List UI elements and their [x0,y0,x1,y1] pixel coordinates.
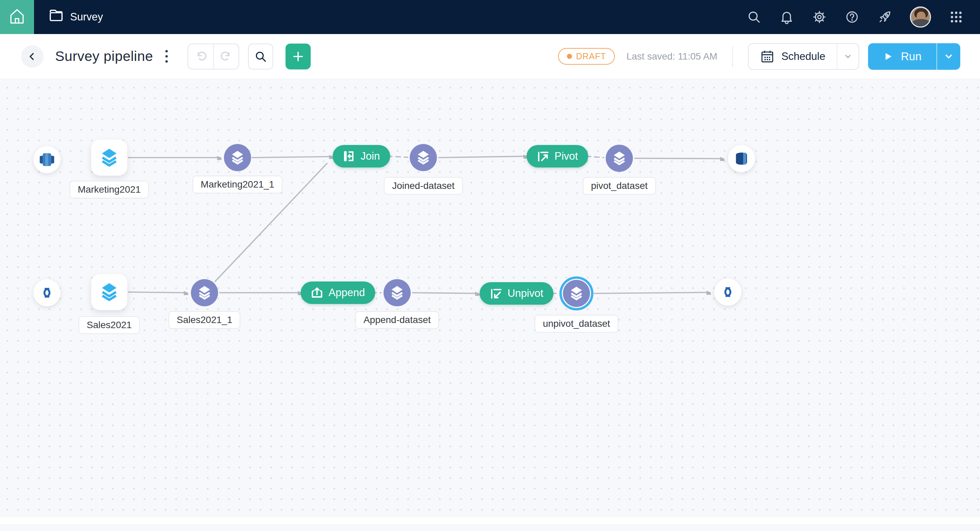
folder-icon [48,8,64,26]
link-rings-icon [37,286,56,300]
node-label-marketing2021[interactable]: Marketing2021 [69,181,149,198]
search-icon[interactable] [746,10,762,24]
node-label-pivot-dataset[interactable]: pivot_dataset [583,177,656,195]
redo-button[interactable] [213,44,239,69]
run-button[interactable]: Run [868,43,937,70]
node-label-sales2021-1[interactable]: Sales2021_1 [169,311,240,329]
dataset-append-dataset[interactable] [383,279,411,306]
canvas-search-button[interactable] [248,43,273,69]
divider [732,46,733,67]
node-pivot-dataset[interactable] [606,145,633,172]
home-button[interactable] [0,0,34,34]
dataset-unpivot-dataset[interactable] [563,280,590,307]
node-marketing2021[interactable] [91,140,127,175]
pipeline-edge [594,292,710,293]
join-icon [343,150,355,163]
transform-pivot[interactable]: Pivot [527,145,588,167]
redo-icon [220,50,233,63]
connector-source-table[interactable] [33,146,60,173]
chevron-down-icon [843,52,853,61]
chevron-down-icon [943,51,954,62]
connector-dest-database[interactable] [728,145,755,172]
top-navbar: Survey [0,0,980,34]
dataset-pivot-dataset[interactable] [606,145,633,172]
transform-unpivot[interactable]: Unpivot [479,282,553,305]
node-label-sales2021[interactable]: Sales2021 [79,316,140,334]
toolbar-right: DRAFT Last saved: 11:05 AM Schedule [558,43,960,70]
node-source-link[interactable] [33,279,60,306]
dataset-joined-dataset[interactable] [410,144,437,171]
pipeline-edge [634,158,724,159]
node-unpivot-dataset[interactable] [563,280,590,307]
pipeline-edge [387,156,408,157]
play-icon [883,51,893,62]
add-node-button[interactable] [285,43,311,69]
pipeline-canvas[interactable]: Marketing2021 Marketing2021_1 Join Joine… [0,79,980,524]
transform-label: Append [329,287,365,299]
plus-icon [291,50,305,63]
settings-gear-icon[interactable] [812,10,827,24]
layers-icon [197,285,212,300]
dataset-card-sales2021[interactable] [91,274,127,310]
node-unpivot[interactable]: Unpivot [479,282,553,305]
node-label-unpivot-dataset[interactable]: unpivot_dataset [535,315,618,333]
node-joined-dataset[interactable] [410,144,437,171]
node-dest-database[interactable] [728,145,755,172]
node-sales2021[interactable] [91,274,127,310]
unpivot-icon [490,287,502,300]
chevron-left-icon [27,51,37,62]
schedule-button[interactable]: Schedule [749,44,837,69]
user-avatar[interactable] [910,6,931,27]
node-sales2021-1[interactable] [191,279,218,306]
layers-icon [99,282,119,302]
search-icon [254,50,267,63]
pipeline-toolbar: Survey pipeline DRAFT Last saved: 11:05 … [0,34,980,79]
node-marketing2021-1[interactable] [224,144,251,171]
notifications-bell-icon[interactable] [779,10,794,24]
page-title: Survey pipeline [55,48,153,64]
connector-source-link[interactable] [33,279,60,306]
layers-icon [230,150,245,165]
node-label-append-dataset[interactable]: Append-dataset [355,311,439,329]
connector-dest-link[interactable] [714,278,741,306]
layers-icon [612,151,627,166]
navbar-actions [746,6,964,27]
layers-icon [569,286,584,301]
node-join[interactable]: Join [333,145,390,167]
back-button[interactable] [21,45,43,68]
layers-icon [416,150,431,165]
undo-button[interactable] [188,44,213,69]
workspace-label: Survey [70,11,103,23]
schedule-button-group: Schedule [748,43,859,70]
node-dest-link[interactable] [714,278,741,306]
node-label-joined-dataset[interactable]: Joined-dataset [384,177,463,195]
pipeline-edge [252,156,332,158]
database-table-icon [38,151,56,168]
node-label-marketing2021-1[interactable]: Marketing2021_1 [192,175,282,193]
more-options-kebab-icon[interactable] [162,47,171,66]
pipeline-edge [412,293,479,293]
schedule-dropdown-button[interactable] [837,44,859,69]
transform-join[interactable]: Join [333,145,390,167]
dataset-card-marketing2021[interactable] [91,140,127,175]
node-append-dataset[interactable] [383,279,411,306]
transform-append[interactable]: Append [301,282,375,304]
help-icon[interactable] [845,10,859,24]
run-button-group: Run [868,43,960,70]
history-buttons [188,43,239,69]
whats-new-rocket-icon[interactable] [877,10,892,24]
node-append[interactable]: Append [301,282,375,304]
status-badge: DRAFT [558,48,615,65]
node-source-table[interactable] [33,146,60,173]
transform-label: Unpivot [508,287,543,300]
layers-icon [390,285,404,300]
apps-grid-icon[interactable] [949,10,964,24]
workspace-breadcrumb[interactable]: Survey [48,8,103,26]
layers-icon [99,148,119,167]
node-pivot[interactable]: Pivot [527,145,588,167]
dataset-marketing2021-1[interactable] [224,144,251,171]
undo-icon [194,50,208,63]
run-dropdown-button[interactable] [937,43,960,70]
dataset-sales2021-1[interactable] [191,279,218,306]
run-label: Run [901,50,921,63]
